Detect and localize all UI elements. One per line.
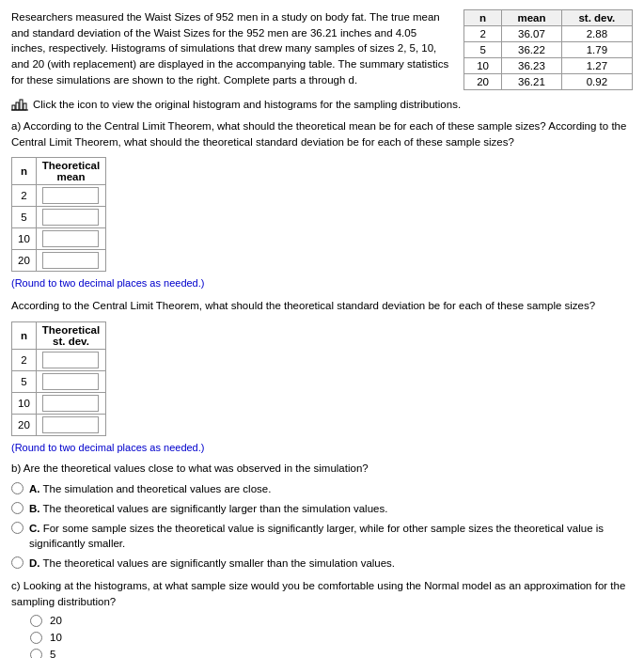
icon-link[interactable]: Click the icon to view the original hist…: [11, 98, 633, 111]
part-c-options: 201052: [30, 615, 633, 659]
radio-b-D[interactable]: [11, 556, 24, 569]
label-b-D: D. The theoretical values are significan…: [29, 556, 395, 571]
mean-input[interactable]: [42, 252, 99, 269]
row-n: 10: [12, 228, 37, 250]
mean-input-cell[interactable]: [36, 250, 105, 272]
svg-rect-3: [24, 103, 26, 110]
row-n2: 2: [12, 350, 37, 371]
part-a-question2: According to the Central Limit Theorem, …: [11, 298, 633, 314]
row-n2: 20: [12, 415, 37, 436]
radio-c-20[interactable]: [30, 615, 42, 627]
theoretical-stdev-table: n Theoretical st. dev. 251020: [11, 321, 106, 436]
row-n2: 5: [12, 371, 37, 393]
col-n-header: n: [12, 158, 37, 185]
mean-input-cell[interactable]: [36, 207, 105, 228]
radio-b-C[interactable]: [11, 522, 24, 534]
radio-c-10[interactable]: [30, 632, 42, 644]
row-n: 20: [12, 250, 37, 272]
summary-cell: 36.21: [502, 74, 561, 90]
round-note-mean: (Round to two decimal places as needed.): [11, 277, 633, 289]
part-b-options: A. The simulation and theoretical values…: [11, 481, 633, 571]
mean-input[interactable]: [42, 209, 99, 226]
radio-c-5[interactable]: [30, 649, 42, 659]
summary-table: n mean st. dev. 236.072.88536.221.791036…: [463, 9, 633, 90]
stdev-input-cell[interactable]: [36, 371, 105, 393]
intro-text: Researchers measured the Waist Sizes of …: [11, 9, 450, 90]
part-c-option-10[interactable]: 10: [30, 632, 633, 644]
summary-col-mean: mean: [502, 10, 561, 26]
stdev-input-cell[interactable]: [36, 415, 105, 436]
col-theoretical-stdev-header: Theoretical st. dev.: [36, 322, 105, 350]
summary-col-n: n: [464, 10, 502, 26]
mean-input-cell[interactable]: [36, 228, 105, 250]
part-b-label: b) Are the theoretical values close to w…: [11, 461, 633, 477]
stdev-input-cell[interactable]: [36, 393, 105, 415]
mean-input[interactable]: [42, 187, 99, 204]
part-c-option-5[interactable]: 5: [30, 649, 633, 659]
row-n2: 10: [12, 393, 37, 415]
summary-cell: 5: [464, 42, 502, 58]
summary-cell: 36.22: [502, 42, 561, 58]
col-theoretical-mean-header: Theoretical mean: [36, 158, 105, 185]
radio-b-B[interactable]: [11, 502, 24, 514]
label-b-A: A. The simulation and theoretical values…: [29, 481, 271, 496]
part-b-option-B[interactable]: B. The theoretical values are significan…: [11, 501, 633, 516]
stdev-input[interactable]: [42, 395, 99, 412]
row-n: 5: [12, 207, 37, 228]
svg-rect-1: [16, 102, 19, 110]
label-c-10: 10: [50, 632, 62, 643]
radio-b-A[interactable]: [11, 482, 24, 494]
part-a-question: a) According to the Central Limit Theore…: [11, 118, 633, 149]
round-note-stdev: (Round to two decimal places as needed.): [11, 442, 633, 453]
label-c-5: 5: [50, 649, 55, 658]
theoretical-mean-table: n Theoretical mean 251020: [11, 157, 106, 272]
summary-cell: 20: [464, 74, 502, 90]
intro-section: Researchers measured the Waist Sizes of …: [11, 9, 633, 90]
icon-link-text: Click the icon to view the original hist…: [33, 99, 461, 110]
summary-cell: 36.23: [502, 58, 561, 74]
stdev-input[interactable]: [42, 373, 99, 390]
stdev-input[interactable]: [42, 416, 99, 433]
mean-input-cell[interactable]: [36, 185, 105, 207]
summary-cell: 2.88: [561, 26, 632, 42]
summary-cell: 1.27: [561, 58, 632, 74]
label-b-C: C. For some sample sizes the theoretical…: [29, 521, 633, 551]
stdev-input[interactable]: [42, 352, 99, 368]
summary-cell: 10: [464, 58, 502, 74]
mean-input[interactable]: [42, 230, 99, 247]
summary-cell: 2: [464, 26, 502, 42]
svg-rect-2: [20, 100, 23, 110]
label-b-B: B. The theoretical values are significan…: [29, 501, 387, 516]
stdev-input-cell[interactable]: [36, 350, 105, 371]
part-c-option-20[interactable]: 20: [30, 615, 633, 627]
svg-rect-0: [12, 105, 15, 110]
part-b-option-C[interactable]: C. For some sample sizes the theoretical…: [11, 521, 633, 551]
row-n: 2: [12, 185, 37, 207]
summary-cell: 0.92: [561, 74, 632, 90]
label-c-20: 20: [50, 615, 62, 626]
chart-icon: [11, 98, 28, 111]
summary-col-stdev: st. dev.: [561, 10, 632, 26]
part-b-option-A[interactable]: A. The simulation and theoretical values…: [11, 481, 633, 496]
part-c-label: c) Looking at the histograms, at what sa…: [11, 578, 633, 609]
part-b-option-D[interactable]: D. The theoretical values are significan…: [11, 556, 633, 571]
summary-cell: 1.79: [561, 42, 632, 58]
summary-cell: 36.07: [502, 26, 561, 42]
col-n-header2: n: [12, 322, 37, 350]
